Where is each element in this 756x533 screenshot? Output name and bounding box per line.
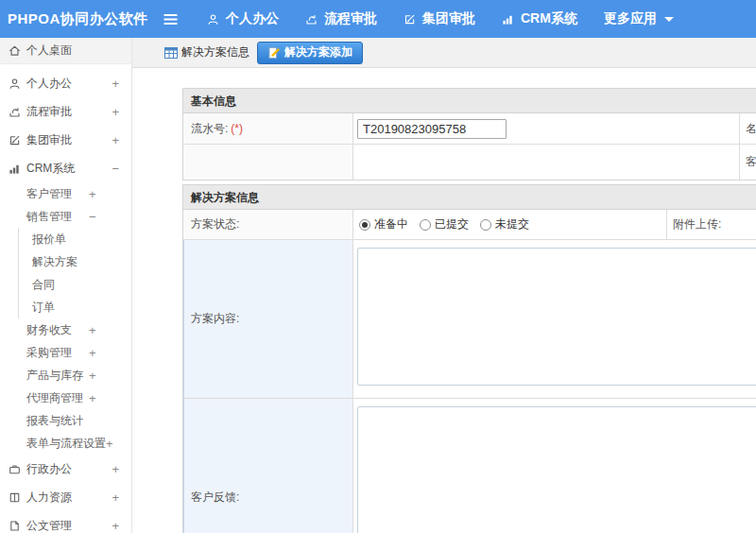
sidebar-item-label: 报价单 <box>32 232 66 248</box>
topnav-item-label: CRM系统 <box>521 10 577 27</box>
sidebar-item[interactable]: 订单 <box>0 296 131 318</box>
section-header-solution: 解决方案信息 <box>183 185 756 210</box>
sidebar-item-label: 表单与流程设置 <box>26 436 106 452</box>
radio-icon[interactable] <box>480 219 491 231</box>
sidebar-item[interactable]: 销售管理− <box>0 205 131 228</box>
sidebar-item[interactable]: 行政办公+ <box>0 455 131 483</box>
empty-value-cell <box>353 145 740 180</box>
plus-icon[interactable]: + <box>112 519 119 533</box>
content-cell <box>353 240 756 398</box>
sidebar-item-label: 订单 <box>32 300 55 316</box>
topnav-item[interactable]: CRM系统 <box>502 10 577 27</box>
topnav-item-label: 更多应用 <box>604 10 657 27</box>
plus-icon[interactable]: + <box>89 391 96 405</box>
section-header-basic: 基本信息 <box>183 89 756 113</box>
topnav-item[interactable]: 流程审批 <box>305 10 377 27</box>
plus-icon[interactable]: + <box>106 437 113 451</box>
customer-label: 客户 <box>740 145 756 180</box>
plus-icon[interactable]: + <box>89 346 96 360</box>
tab-solution-info[interactable]: 解决方案信息 <box>164 44 249 60</box>
plus-icon[interactable]: + <box>112 133 119 147</box>
sidebar-item[interactable]: 个人桌面 <box>0 38 131 64</box>
required-mark: (*) <box>231 122 243 135</box>
main-frame: 个人桌面个人办公+流程审批+集团审批+CRM系统−客户管理+销售管理−报价单解决… <box>0 38 756 533</box>
sidebar-item-label: 集团审批 <box>26 132 72 148</box>
topnav-item[interactable]: 更多应用 <box>604 10 674 27</box>
plus-icon[interactable]: + <box>89 369 96 383</box>
tab-solution-add-button[interactable]: 解决方案添加 <box>257 42 363 64</box>
solution-info-table: 解决方案信息 方案状态: 准备中已提交未提交 附件上传: 方案内容: 客户反馈: <box>182 184 756 533</box>
chart-icon <box>502 13 514 26</box>
plus-icon[interactable]: + <box>112 490 119 505</box>
sidebar-item-label: 客户管理 <box>26 186 89 202</box>
plus-icon[interactable]: + <box>89 323 96 337</box>
serial-value-cell <box>353 113 740 144</box>
topnav-item-label: 个人办公 <box>226 10 279 27</box>
serial-label-text: 流水号: <box>191 121 228 137</box>
minus-icon[interactable]: − <box>112 162 119 176</box>
topnav-item[interactable]: 集团审批 <box>404 10 475 27</box>
sidebar-item-label: 流程审批 <box>26 104 72 120</box>
sidebar-item[interactable]: 代理商管理+ <box>0 387 131 409</box>
plus-icon[interactable]: + <box>112 105 119 119</box>
top-navigation: 个人办公流程审批集团审批CRM系统更多应用 <box>207 10 700 27</box>
radio-icon[interactable] <box>420 219 431 231</box>
sidebar-item[interactable]: 财务收支+ <box>0 318 131 341</box>
person-icon <box>9 77 21 90</box>
sidebar-item[interactable]: 个人办公+ <box>0 69 131 97</box>
sidebar-item[interactable]: 合同 <box>0 273 131 296</box>
sidebar-item-label: 解决方案 <box>32 254 77 270</box>
sidebar-item-label: 合同 <box>32 277 55 293</box>
sidebar-item-label: CRM系统 <box>26 161 75 177</box>
content-textarea[interactable] <box>357 248 756 386</box>
edit-icon <box>404 13 416 26</box>
serial-input[interactable] <box>357 119 507 139</box>
sidebar-item[interactable]: 集团审批+ <box>0 126 131 154</box>
sidebar-item-label: 人力资源 <box>26 490 72 506</box>
feedback-row: 客户反馈: <box>183 398 756 533</box>
status-row: 方案状态: 准备中已提交未提交 附件上传: <box>183 210 756 239</box>
empty-label-cell <box>183 145 353 180</box>
plus-icon[interactable]: + <box>89 187 96 201</box>
status-radio-label: 已提交 <box>435 216 469 232</box>
briefcase-icon <box>9 463 21 475</box>
content-area: 解决方案信息 解决方案添加 基本信息 流水号: (*) <box>132 38 756 533</box>
serial-label: 流水号: (*) <box>183 113 353 144</box>
content-label: 方案内容: <box>183 240 353 398</box>
topnav-item[interactable]: 个人办公 <box>207 10 279 27</box>
sidebar-item-label: 个人办公 <box>26 76 72 92</box>
status-radio-option[interactable]: 已提交 <box>420 216 469 232</box>
sidebar-item[interactable]: 客户管理+ <box>0 182 131 205</box>
sidebar-item-label: 个人桌面 <box>26 43 72 59</box>
minus-icon[interactable]: − <box>89 210 96 224</box>
app-root: PHPOA协同办公软件 个人办公流程审批集团审批CRM系统更多应用 个人桌面个人… <box>0 0 756 533</box>
sidebar-item[interactable]: 采购管理+ <box>0 341 131 364</box>
status-radio-option[interactable]: 未提交 <box>480 216 529 232</box>
name-label: 名称 <box>740 113 756 144</box>
sidebar-item-label: 代理商管理 <box>26 390 89 406</box>
basic-info-table: 基本信息 流水号: (*) 名称 客户 <box>182 88 756 181</box>
status-label: 方案状态: <box>183 210 353 239</box>
sidebar-item-label: 产品与库存 <box>26 368 89 384</box>
sidebar-item[interactable]: 表单与流程设置+ <box>0 432 131 455</box>
sidebar-item[interactable]: 报价单 <box>0 228 131 250</box>
sidebar-item[interactable]: CRM系统− <box>0 154 131 182</box>
hamburger-menu-icon[interactable] <box>163 13 179 26</box>
status-radio-option[interactable]: 准备中 <box>359 216 408 232</box>
home-icon <box>9 44 21 57</box>
sidebar-item[interactable]: 公文管理+ <box>0 511 131 533</box>
sidebar-item[interactable]: 报表与统计 <box>0 409 131 432</box>
sidebar-item[interactable]: 解决方案 <box>0 250 131 273</box>
feedback-textarea[interactable] <box>357 406 756 533</box>
sidebar-item-label: 采购管理 <box>26 345 89 361</box>
sidebar-item[interactable]: 人力资源+ <box>0 483 131 511</box>
content-row: 方案内容: <box>183 239 756 398</box>
book-icon <box>9 491 21 504</box>
radio-selected-icon[interactable] <box>359 219 370 231</box>
feedback-cell <box>353 399 756 533</box>
sidebar-item[interactable]: 产品与库存+ <box>0 364 131 387</box>
sidebar-item[interactable]: 流程审批+ <box>0 97 131 126</box>
sidebar-item-label: 公文管理 <box>26 518 72 533</box>
plus-icon[interactable]: + <box>112 462 119 476</box>
plus-icon[interactable]: + <box>112 77 119 91</box>
